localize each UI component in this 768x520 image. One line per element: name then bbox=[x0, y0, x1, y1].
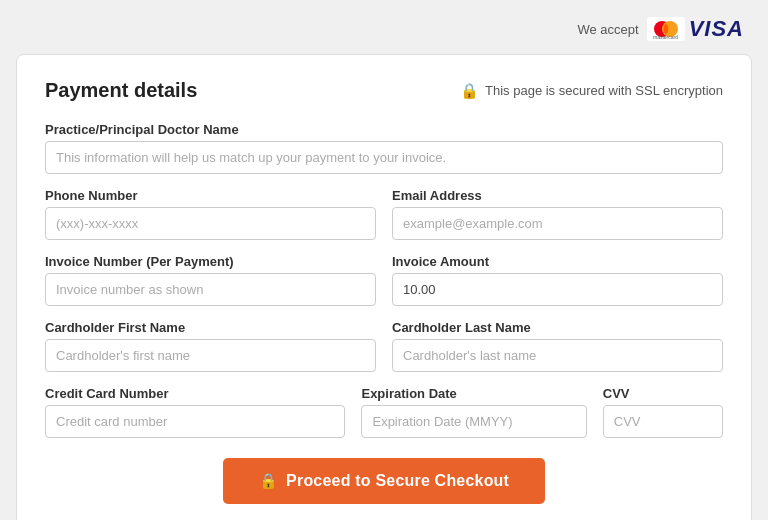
phone-email-row: Phone Number Email Address bbox=[45, 188, 723, 240]
cardholder-first-input[interactable] bbox=[45, 339, 376, 372]
cvv-field: CVV bbox=[603, 386, 723, 438]
checkout-button-label: Proceed to Secure Checkout bbox=[286, 472, 509, 490]
page-title: Payment details bbox=[45, 79, 197, 102]
cc-number-input[interactable] bbox=[45, 405, 345, 438]
top-bar: We accept mastercard VISA bbox=[16, 16, 752, 42]
cardholder-name-row: Cardholder First Name Cardholder Last Na… bbox=[45, 320, 723, 372]
checkout-btn-wrapper: 🔒 Proceed to Secure Checkout bbox=[45, 458, 723, 504]
invoice-amount-label: Invoice Amount bbox=[392, 254, 723, 269]
email-field: Email Address bbox=[392, 188, 723, 240]
phone-label: Phone Number bbox=[45, 188, 376, 203]
email-label: Email Address bbox=[392, 188, 723, 203]
svg-text:mastercard: mastercard bbox=[653, 34, 678, 40]
email-input[interactable] bbox=[392, 207, 723, 240]
cvv-label: CVV bbox=[603, 386, 723, 401]
checkout-button[interactable]: 🔒 Proceed to Secure Checkout bbox=[223, 458, 545, 504]
invoice-number-input[interactable] bbox=[45, 273, 376, 306]
invoice-number-field: Invoice Number (Per Payment) bbox=[45, 254, 376, 306]
button-lock-icon: 🔒 bbox=[259, 472, 278, 490]
invoice-row: Invoice Number (Per Payment) Invoice Amo… bbox=[45, 254, 723, 306]
invoice-amount-input[interactable] bbox=[392, 273, 723, 306]
ssl-text: This page is secured with SSL encryption bbox=[485, 83, 723, 98]
card-header: Payment details 🔒 This page is secured w… bbox=[45, 79, 723, 102]
invoice-number-label: Invoice Number (Per Payment) bbox=[45, 254, 376, 269]
cardholder-last-field: Cardholder Last Name bbox=[392, 320, 723, 372]
cardholder-last-input[interactable] bbox=[392, 339, 723, 372]
cc-number-field: Credit Card Number bbox=[45, 386, 345, 438]
we-accept-label: We accept bbox=[577, 22, 638, 37]
cardholder-first-label: Cardholder First Name bbox=[45, 320, 376, 335]
doctor-name-field: Practice/Principal Doctor Name bbox=[45, 122, 723, 174]
cardholder-first-field: Cardholder First Name bbox=[45, 320, 376, 372]
exp-date-field: Expiration Date bbox=[361, 386, 586, 438]
invoice-amount-field: Invoice Amount bbox=[392, 254, 723, 306]
exp-date-label: Expiration Date bbox=[361, 386, 586, 401]
payment-card: Payment details 🔒 This page is secured w… bbox=[16, 54, 752, 520]
visa-icon: VISA bbox=[689, 16, 744, 42]
lock-icon: 🔒 bbox=[460, 82, 479, 100]
cc-number-label: Credit Card Number bbox=[45, 386, 345, 401]
phone-input[interactable] bbox=[45, 207, 376, 240]
cvv-input[interactable] bbox=[603, 405, 723, 438]
cardholder-last-label: Cardholder Last Name bbox=[392, 320, 723, 335]
doctor-name-input[interactable] bbox=[45, 141, 723, 174]
payment-form: Practice/Principal Doctor Name Phone Num… bbox=[45, 122, 723, 438]
phone-field: Phone Number bbox=[45, 188, 376, 240]
doctor-name-label: Practice/Principal Doctor Name bbox=[45, 122, 723, 137]
cc-row: Credit Card Number Expiration Date CVV bbox=[45, 386, 723, 438]
mastercard-icon: mastercard bbox=[647, 17, 685, 41]
ssl-badge: 🔒 This page is secured with SSL encrypti… bbox=[460, 82, 723, 100]
exp-date-input[interactable] bbox=[361, 405, 586, 438]
card-icons: mastercard VISA bbox=[647, 16, 744, 42]
